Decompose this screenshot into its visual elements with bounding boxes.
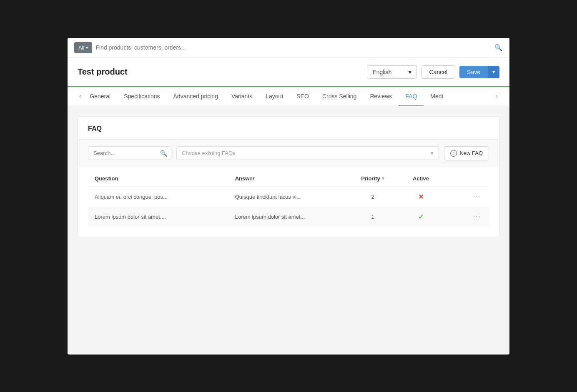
faq-answer-1: Quisque tincidunt lacus vi... [228, 187, 349, 207]
tabs-bar: ‹ General Specifications Advanced pricin… [68, 87, 509, 106]
tab-faq[interactable]: FAQ [399, 87, 424, 106]
top-bar: All ▾ 🔍 [68, 38, 509, 58]
language-label: English [372, 69, 391, 75]
tab-reviews[interactable]: Reviews [363, 87, 399, 106]
existing-faqs-placeholder: Choose existing FAQs [182, 150, 236, 156]
chevron-down-icon: ▾ [409, 69, 411, 75]
tab-variants[interactable]: Variants [225, 87, 259, 106]
faq-card: FAQ 🔍 Choose existing FAQs ▾ + New FAQ [78, 116, 499, 237]
tab-layout[interactable]: Layout [259, 87, 290, 106]
new-faq-label: New FAQ [459, 150, 483, 156]
col-header-actions [465, 170, 489, 187]
tab-general[interactable]: General [83, 87, 117, 106]
tabs-list: General Specifications Advanced pricing … [83, 87, 494, 106]
page-title: Test product [78, 67, 128, 77]
table-row: Lorem ipsum dolor sit amet,... Lorem ips… [88, 207, 489, 227]
faq-table-wrapper: Question Answer Priority ▾ [78, 170, 499, 237]
global-search-input[interactable] [95, 42, 491, 52]
faq-active-1: ✕ [397, 187, 445, 207]
plus-circle-icon: + [450, 150, 457, 157]
active-icon: ✓ [418, 213, 424, 220]
tab-specifications[interactable]: Specifications [117, 87, 166, 106]
tabs-next-button[interactable]: › [494, 92, 499, 100]
header-actions: English ▾ Cancel Save ▾ [367, 65, 499, 79]
faq-question-1: Aliquam eu orci congue, pos... [88, 187, 228, 207]
faq-priority-2: 1 [349, 207, 396, 227]
col-header-priority[interactable]: Priority ▾ [349, 170, 396, 187]
existing-faqs-dropdown[interactable]: Choose existing FAQs ▾ [176, 146, 439, 160]
faq-search-input[interactable] [88, 146, 171, 160]
language-dropdown[interactable]: English ▾ [367, 65, 417, 79]
faq-question-2: Lorem ipsum dolor sit amet,... [88, 207, 228, 227]
save-dropdown-button[interactable]: ▾ [488, 66, 499, 78]
col-header-empty1 [445, 170, 465, 187]
chevron-down-icon: ▾ [86, 45, 88, 50]
chevron-down-icon: ▾ [431, 150, 434, 156]
table-row: Aliquam eu orci congue, pos... Quisque t… [88, 187, 489, 207]
cancel-button[interactable]: Cancel [421, 65, 455, 79]
faq-actions-2: ··· [465, 207, 489, 227]
page-header: Test product English ▾ Cancel Save ▾ [68, 58, 509, 87]
faq-section-title: FAQ [88, 125, 489, 132]
all-dropdown[interactable]: All ▾ [74, 42, 92, 53]
faq-card-header: FAQ [78, 117, 499, 140]
row-menu-button-2[interactable]: ··· [473, 213, 481, 220]
tabs-prev-button[interactable]: ‹ [78, 92, 83, 100]
tab-media[interactable]: Medi [424, 87, 449, 106]
faq-toolbar: 🔍 Choose existing FAQs ▾ + New FAQ [78, 140, 499, 167]
new-faq-button[interactable]: + New FAQ [444, 146, 489, 160]
save-btn-group: Save ▾ [459, 66, 499, 78]
search-icon: 🔍 [160, 150, 167, 157]
faq-active-2: ✓ [397, 207, 445, 227]
faq-table: Question Answer Priority ▾ [88, 170, 489, 227]
col-header-question: Question [88, 170, 228, 187]
col-header-active: Active [397, 170, 445, 187]
row-menu-button-1[interactable]: ··· [473, 193, 481, 200]
inactive-icon: ✕ [418, 193, 424, 200]
table-header-row: Question Answer Priority ▾ [88, 170, 489, 187]
page-wrapper: All ▾ 🔍 Test product English ▾ Cancel Sa… [68, 38, 509, 355]
tab-cross-selling[interactable]: Cross Selling [316, 87, 363, 106]
global-search-wrapper [95, 42, 491, 52]
faq-empty-2 [445, 207, 465, 227]
chevron-down-icon: ▾ [492, 69, 495, 75]
tab-seo[interactable]: SEO [290, 87, 316, 106]
faq-actions-1: ··· [465, 187, 489, 207]
all-label: All [78, 45, 84, 51]
col-header-answer: Answer [228, 170, 349, 187]
sort-icon: ▾ [382, 176, 384, 181]
save-button[interactable]: Save [459, 66, 488, 78]
tab-advanced-pricing[interactable]: Advanced pricing [167, 87, 225, 106]
faq-answer-2: Lorem ipsum dolor sit amet... [228, 207, 349, 227]
search-icon[interactable]: 🔍 [494, 44, 503, 52]
faq-empty-1 [445, 187, 465, 207]
faq-search-wrapper: 🔍 [88, 146, 171, 160]
faq-priority-1: 2 [349, 187, 396, 207]
main-content: FAQ 🔍 Choose existing FAQs ▾ + New FAQ [68, 106, 509, 247]
